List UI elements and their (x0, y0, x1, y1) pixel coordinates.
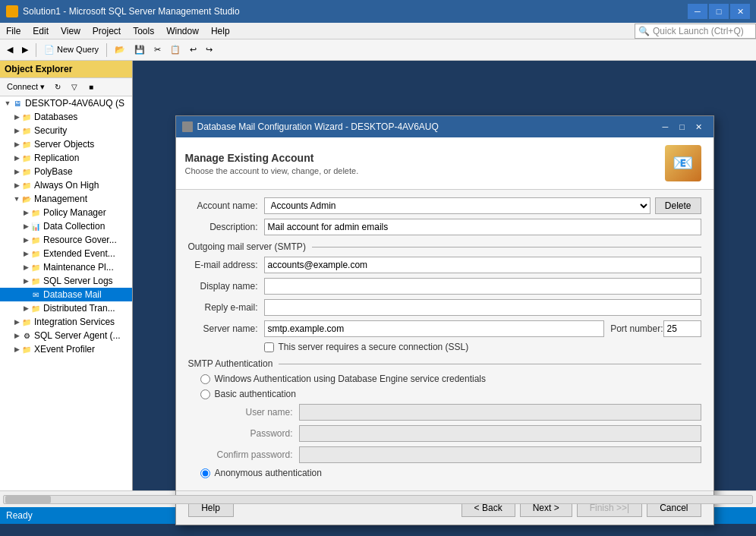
oe-node-replication[interactable]: ▶ 📁 Replication (0, 151, 132, 165)
dialog-minimize-button[interactable]: ─ (657, 120, 674, 134)
dialog-overlay: Database Mail Configuration Wizard - DES… (133, 100, 756, 457)
quick-launch-placeholder: Quick Launch (Ctrl+Q) (653, 26, 744, 36)
confirm-password-control (299, 446, 701, 463)
folder-icon: 📂 (21, 194, 32, 204)
oe-root-node[interactable]: ▼ 🖥 DESKTOP-4AV6AUQ (S (0, 96, 132, 110)
display-name-control (264, 278, 701, 295)
close-button[interactable]: ✕ (730, 4, 750, 19)
windows-auth-radio[interactable] (200, 374, 210, 384)
forward-btn[interactable]: ▶ (18, 42, 32, 58)
toolbar-btn-6[interactable]: ↪ (202, 42, 216, 58)
server-name-input[interactable] (264, 320, 605, 337)
anonymous-auth-row: Anonymous authentication (200, 468, 701, 478)
toolbar-btn-3[interactable]: ✂ (150, 42, 165, 58)
oe-node-management[interactable]: ▼ 📂 Management (0, 192, 132, 206)
delete-button[interactable]: Delete (655, 197, 701, 214)
toolbar-btn-1[interactable]: 📂 (111, 42, 129, 58)
oe-toggle (21, 290, 30, 299)
smtp-auth-section: SMTP Authentication Windows Authenticati… (188, 358, 701, 478)
menu-file[interactable]: File (0, 23, 27, 39)
ssl-checkbox-label[interactable]: This server requires a secure connection… (279, 342, 469, 352)
ssl-checkbox[interactable] (264, 342, 274, 352)
folder-icon: 📁 (30, 207, 41, 218)
reply-email-input[interactable] (264, 299, 701, 316)
basic-auth-radio[interactable] (200, 389, 210, 399)
oe-toggle: ▶ (12, 167, 21, 176)
back-btn[interactable]: ◀ (3, 42, 17, 58)
oe-node-maintenance[interactable]: ▶ 📁 Maintenance Pl... (0, 260, 132, 274)
menu-view[interactable]: View (55, 23, 87, 39)
password-row: Password: (216, 425, 701, 442)
oe-node-databases[interactable]: ▶ 📁 Databases (0, 110, 132, 124)
basic-auth-row: Basic authentication (200, 389, 701, 399)
dialog-header: Manage Existing Account Choose the accou… (176, 137, 713, 190)
password-input[interactable] (299, 425, 701, 442)
oe-title: Object Explorer (5, 64, 72, 74)
anonymous-auth-radio[interactable] (200, 468, 210, 478)
oe-toggle: ▶ (12, 140, 21, 149)
oe-node-server-objects[interactable]: ▶ 📁 Server Objects (0, 137, 132, 151)
dialog-maximize-button[interactable]: □ (674, 120, 691, 134)
oe-node-resource-gov[interactable]: ▶ 📁 Resource Gover... (0, 233, 132, 247)
toolbar-btn-4[interactable]: 📋 (166, 42, 184, 58)
oe-node-polybase[interactable]: ▶ 📁 PolyBase (0, 165, 132, 178)
folder-icon: 📁 (30, 262, 41, 273)
scroll-track[interactable] (3, 495, 753, 504)
confirm-password-label: Confirm password: (216, 449, 299, 460)
account-name-select[interactable]: Accounts Admin (264, 197, 650, 214)
oe-node-sql-logs[interactable]: ▶ 📁 SQL Server Logs (0, 274, 132, 288)
reply-email-row: Reply e-mail: (188, 299, 701, 316)
oe-refresh-btn[interactable]: ↻ (50, 80, 65, 94)
reply-email-control (264, 299, 701, 316)
oe-label: Policy Manager (43, 207, 106, 218)
dialog-body: Account name: Accounts Admin Delete Desc… (176, 190, 713, 490)
oe-label: SQL Server Logs (43, 276, 113, 286)
oe-node-security[interactable]: ▶ 📁 Security (0, 124, 132, 137)
oe-toggle: ▼ (12, 194, 21, 203)
oe-node-distributed[interactable]: ▶ 📁 Distributed Tran... (0, 301, 132, 315)
server-name-row: Server name: Port number: (188, 320, 701, 337)
windows-auth-label[interactable]: Windows Authentication using Database En… (215, 374, 487, 384)
description-input[interactable] (264, 219, 701, 235)
confirm-password-input[interactable] (299, 446, 701, 463)
anonymous-auth-label[interactable]: Anonymous authentication (215, 468, 322, 478)
menu-project[interactable]: Project (87, 23, 127, 39)
oe-filter-btn[interactable]: ▽ (67, 80, 82, 94)
oe-stop-btn[interactable]: ■ (83, 80, 99, 94)
email-address-input[interactable] (264, 257, 701, 273)
dialog-header-subtitle: Choose the account to view, change, or d… (185, 166, 665, 175)
quick-launch[interactable]: 🔍 Quick Launch (Ctrl+Q) (635, 24, 756, 39)
toolbar-btn-2[interactable]: 💾 (131, 42, 149, 58)
oe-toggle: ▶ (12, 153, 21, 162)
oe-connect-btn[interactable]: Connect ▾ (3, 80, 49, 94)
title-bar: Solution1 - Microsoft SQL Server Managem… (0, 0, 756, 23)
menu-tools[interactable]: Tools (127, 23, 160, 39)
maximize-button[interactable]: □ (709, 4, 729, 19)
oe-node-policy-mgr[interactable]: ▶ 📁 Policy Manager (0, 206, 132, 219)
toolbar-btn-5[interactable]: ↩ (186, 42, 200, 58)
folder-icon: 📁 (21, 125, 32, 136)
oe-node-integration[interactable]: ▶ 📁 Integration Services (0, 315, 132, 329)
search-icon: 🔍 (638, 26, 650, 36)
oe-node-alwayson[interactable]: ▶ 📁 Always On High (0, 178, 132, 192)
dialog-close-button[interactable]: ✕ (691, 120, 707, 134)
oe-node-database-mail[interactable]: ✉ Database Mail (0, 288, 132, 301)
menu-window[interactable]: Window (160, 23, 205, 39)
menu-edit[interactable]: Edit (27, 23, 55, 39)
basic-auth-label[interactable]: Basic authentication (215, 389, 296, 399)
description-row: Description: (188, 219, 701, 235)
minimize-button[interactable]: ─ (688, 4, 707, 19)
port-number-input[interactable] (663, 320, 701, 337)
oe-node-data-collection[interactable]: ▶ 📊 Data Collection (0, 219, 132, 233)
new-query-btn[interactable]: 📄 New Query (40, 42, 102, 58)
oe-label: Extended Event... (43, 248, 115, 259)
oe-node-extended-events[interactable]: ▶ 📁 Extended Event... (0, 247, 132, 260)
display-name-input[interactable] (264, 278, 701, 295)
oe-node-sql-agent[interactable]: ▶ ⚙ SQL Server Agent (... (0, 329, 132, 342)
oe-node-xevent[interactable]: ▶ 📁 XEvent Profiler (0, 342, 132, 356)
menu-help[interactable]: Help (205, 23, 236, 39)
username-input[interactable] (299, 404, 701, 421)
oe-toggle: ▶ (12, 331, 21, 340)
main-area: Object Explorer Connect ▾ ↻ ▽ ■ ▼ 🖥 DESK… (0, 61, 756, 490)
email-address-row: E-mail address: (188, 257, 701, 273)
